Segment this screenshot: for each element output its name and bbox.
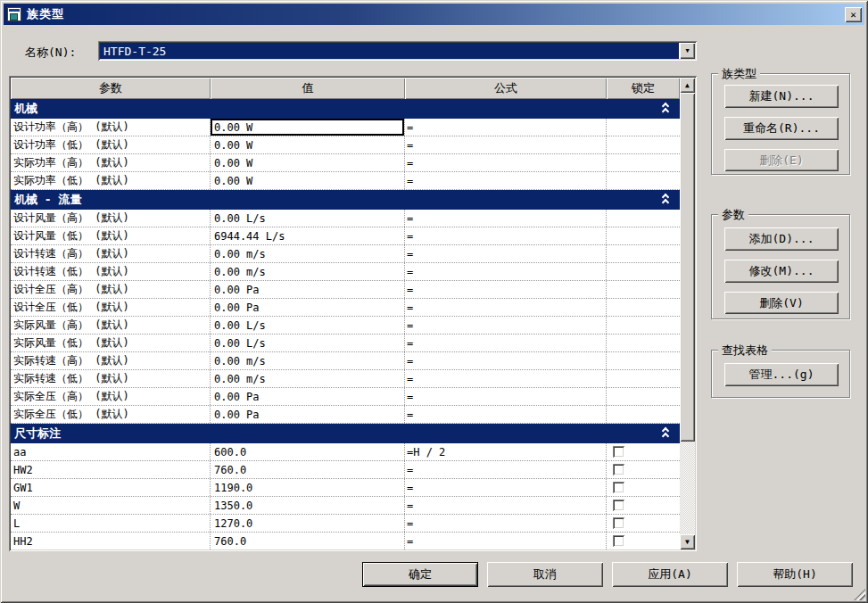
close-button[interactable]: ✕ <box>845 7 862 22</box>
formula-cell[interactable]: = <box>405 119 607 136</box>
rename-type-button[interactable]: 重命名(R)... <box>724 117 839 140</box>
type-name-value[interactable]: HTFD-T-25 <box>100 43 679 59</box>
lock-cell <box>607 299 680 316</box>
apply-button[interactable]: 应用(A) <box>612 562 728 587</box>
lock-cell <box>607 533 680 549</box>
formula-cell[interactable]: = <box>405 136 607 153</box>
scroll-down-icon[interactable]: ▼ <box>680 534 695 549</box>
delete-type-button[interactable]: 删除(E) <box>724 149 839 171</box>
cancel-button[interactable]: 取消 <box>487 562 603 587</box>
formula-cell[interactable]: = <box>405 497 607 514</box>
formula-cell[interactable]: = <box>405 515 607 532</box>
lock-checkbox[interactable] <box>613 535 624 547</box>
column-header-formula: 公式 <box>405 78 607 99</box>
formula-cell[interactable]: = <box>405 227 607 244</box>
scrollbar-thumb[interactable] <box>680 93 695 442</box>
value-cell[interactable]: 0.00 m/s <box>211 245 405 262</box>
lock-checkbox[interactable] <box>613 464 624 475</box>
type-name-combobox[interactable]: HTFD-T-25 ▼ <box>98 41 697 61</box>
param-name-cell: 设计全压（高） (默认) <box>11 281 211 298</box>
value-cell[interactable]: 760.0 <box>211 461 405 478</box>
table-row: 实际全压（低） (默认) 0.00 Pa = <box>11 406 680 424</box>
scroll-up-icon[interactable]: ▲ <box>680 78 695 93</box>
param-name-cell: 设计转速（低） (默认) <box>11 263 211 280</box>
value-cell[interactable]: 0.00 W <box>211 172 405 189</box>
table-row: 设计转速（低） (默认) 0.00 m/s = <box>11 263 680 281</box>
value-cell[interactable]: 6944.44 L/s <box>211 227 405 244</box>
value-cell[interactable]: 1350.0 <box>211 497 405 514</box>
value-cell[interactable]: 600.0 <box>211 443 405 460</box>
resize-grip[interactable] <box>854 589 865 600</box>
value-cell[interactable]: 760.0 <box>211 533 405 549</box>
lock-cell <box>607 317 680 334</box>
lock-checkbox[interactable] <box>613 482 624 493</box>
formula-cell[interactable]: = <box>405 263 607 280</box>
section-header[interactable]: 机械 - 流量 <box>11 190 680 210</box>
formula-cell[interactable]: = <box>405 299 607 316</box>
help-button[interactable]: 帮助(H) <box>737 562 853 587</box>
lock-cell <box>607 136 680 153</box>
value-cell[interactable]: 0.00 L/s <box>211 317 405 334</box>
formula-cell[interactable]: = <box>405 172 607 189</box>
modify-parameter-button[interactable]: 修改(M)... <box>724 260 839 283</box>
formula-cell[interactable]: = <box>405 461 607 478</box>
value-cell[interactable]: 0.00 W <box>211 119 405 136</box>
formula-cell[interactable]: = <box>405 335 607 351</box>
section-header[interactable]: 机械 <box>11 99 680 119</box>
column-header-value: 值 <box>211 78 405 99</box>
lock-checkbox[interactable] <box>613 517 624 529</box>
add-parameter-button[interactable]: 添加(D)... <box>724 227 839 251</box>
formula-cell[interactable]: =H / 2 <box>405 443 607 460</box>
formula-cell[interactable]: = <box>405 245 607 262</box>
value-cell[interactable]: 1190.0 <box>211 479 405 496</box>
lock-checkbox[interactable] <box>613 500 624 511</box>
table-row: 设计功率（低） (默认) 0.00 W = <box>11 136 680 154</box>
value-cell[interactable]: 0.00 W <box>211 154 405 171</box>
vertical-scrollbar[interactable]: ▲ ▼ <box>680 78 695 549</box>
value-cell[interactable]: 0.00 Pa <box>211 406 405 423</box>
formula-cell[interactable]: = <box>405 281 607 298</box>
table-row: 实际功率（高） (默认) 0.00 W = <box>11 154 680 172</box>
chevron-down-icon[interactable]: ▼ <box>680 43 695 59</box>
value-cell[interactable]: 1270.0 <box>211 515 405 532</box>
param-name-cell: 设计风量（低） (默认) <box>11 227 211 244</box>
delete-parameter-button[interactable]: 删除(V) <box>724 292 839 314</box>
table-row: 实际风量（低） (默认) 0.00 L/s = <box>11 335 680 352</box>
ok-button[interactable]: 确定 <box>362 562 478 587</box>
lock-checkbox[interactable] <box>613 446 624 458</box>
formula-cell[interactable]: = <box>405 210 607 227</box>
section-title: 尺寸标注 <box>14 425 61 442</box>
formula-cell[interactable]: = <box>405 533 607 549</box>
section-header[interactable]: 尺寸标注 <box>11 424 680 443</box>
lock-cell <box>607 388 680 405</box>
formula-cell[interactable]: = <box>405 479 607 496</box>
new-type-button[interactable]: 新建(N)... <box>724 85 839 108</box>
table-row: 设计全压（低） (默认) 0.00 Pa = <box>11 299 680 317</box>
formula-cell[interactable]: = <box>405 352 607 369</box>
formula-cell[interactable]: = <box>405 388 607 405</box>
param-name-cell: 设计功率（低） (默认) <box>11 136 211 153</box>
scrollbar-track[interactable] <box>680 93 695 534</box>
value-cell[interactable]: 0.00 Pa <box>211 299 405 316</box>
collapse-chevron-icon[interactable] <box>662 103 671 115</box>
value-cell[interactable]: 0.00 m/s <box>211 352 405 369</box>
param-name-cell: GW1 <box>11 479 211 496</box>
manage-lookup-button[interactable]: 管理...(g) <box>724 363 839 386</box>
formula-cell[interactable]: = <box>405 370 607 387</box>
formula-cell[interactable]: = <box>405 406 607 423</box>
collapse-chevron-icon[interactable] <box>662 194 671 206</box>
title-bar[interactable]: 族类型 ✕ <box>4 4 864 25</box>
value-cell[interactable]: 0.00 Pa <box>211 281 405 298</box>
lock-cell <box>607 515 680 532</box>
value-cell[interactable]: 0.00 L/s <box>211 335 405 351</box>
value-cell[interactable]: 0.00 L/s <box>211 210 405 227</box>
value-cell[interactable]: 0.00 W <box>211 136 405 153</box>
value-cell[interactable]: 0.00 m/s <box>211 370 405 387</box>
lock-cell <box>607 461 680 478</box>
value-cell[interactable]: 0.00 Pa <box>211 388 405 405</box>
formula-cell[interactable]: = <box>405 154 607 171</box>
value-cell[interactable]: 0.00 m/s <box>211 263 405 280</box>
collapse-chevron-icon[interactable] <box>662 427 671 440</box>
formula-cell[interactable]: = <box>405 317 607 334</box>
lock-cell <box>607 154 680 171</box>
